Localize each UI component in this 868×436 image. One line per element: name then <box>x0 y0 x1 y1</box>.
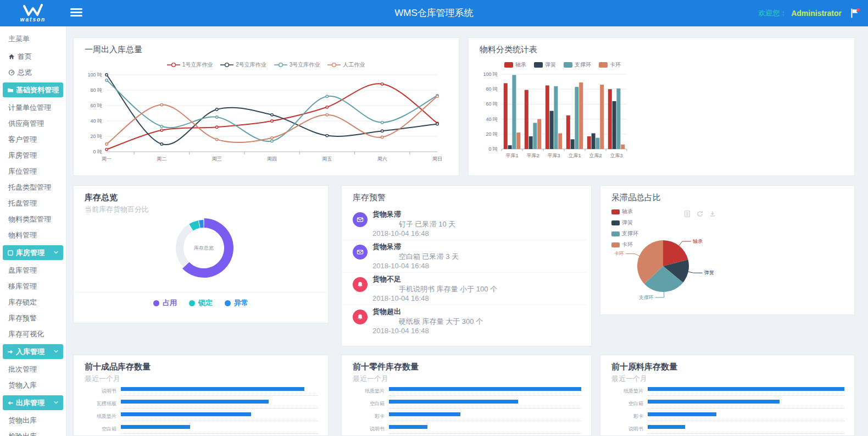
sidebar-item-9[interactable]: 托盘管理 <box>0 195 66 211</box>
sidebar-item-17[interactable]: 库存可视化 <box>0 326 66 342</box>
hbar-bar <box>648 425 685 429</box>
hbar-label: 空白箱 <box>611 400 643 407</box>
alert-item[interactable]: 货物呆滞钉子 已呆滞 10 天2018-10-04 16:48 <box>342 208 587 240</box>
hbar-row: 彩卡 <box>353 412 581 425</box>
hbar-track <box>648 400 844 404</box>
hbar-track <box>389 400 581 404</box>
legend-item[interactable]: 2号立库作业 <box>220 61 266 69</box>
donut-center-label: 库存总览 <box>194 245 214 251</box>
legend-dot <box>225 300 231 306</box>
arrow-right-icon <box>7 349 14 355</box>
refresh-icon[interactable] <box>696 210 704 218</box>
sidebar-item-4[interactable]: 供应商管理 <box>0 115 66 131</box>
alert-item[interactable]: 货物不足手机说明书 库存量 小于 100 个2018-10-04 16:48 <box>342 273 587 305</box>
sidebar-item-16[interactable]: 库存预警 <box>0 310 66 326</box>
chevron-down-icon <box>53 249 59 256</box>
bar <box>587 136 591 149</box>
sidebar-group-18[interactable]: 入库管理 <box>3 344 63 359</box>
pie-label: 支撑环 <box>639 295 654 300</box>
alert-item[interactable]: 货物呆滞空白箱 已呆滞 3 天2018-10-04 16:48 <box>342 240 587 273</box>
panel-title: 库存总览 <box>85 192 118 203</box>
data-view-icon[interactable] <box>683 210 691 218</box>
sidebar-item-22[interactable]: 货物出库 <box>0 412 66 428</box>
legend-item[interactable]: 异常 <box>225 298 248 308</box>
panel-stagnant-share: 呆滞品总占比 轴承弹簧支撑环卡环 轴承弹簧支撑环卡环 <box>600 185 855 315</box>
hbar-track <box>121 387 318 391</box>
sidebar-item-10[interactable]: 物料类型管理 <box>0 211 66 227</box>
hbar-gridline <box>121 433 318 434</box>
sidebar-item-11[interactable]: 物料管理 <box>0 227 66 243</box>
sidebar-item-23[interactable]: 检验出库 <box>0 428 66 436</box>
sidebar-item-8[interactable]: 托盘类型管理 <box>0 179 66 195</box>
sidebar-item-label: 检验出库 <box>8 432 37 436</box>
legend-item[interactable]: 1号立库作业 <box>167 61 213 69</box>
sidebar-item-15[interactable]: 库存锁定 <box>0 294 66 310</box>
sidebar-group-12[interactable]: 库房管理 <box>3 245 63 260</box>
legend-item[interactable]: 人工作业 <box>327 61 365 69</box>
donut-legend: 占用锁定异常 <box>74 298 328 308</box>
hbar-label: 彩卡 <box>353 413 385 420</box>
alert-type: 货物超出 <box>372 307 401 317</box>
menu-toggle-icon[interactable] <box>70 8 82 18</box>
hbar-track <box>648 387 844 391</box>
alert-item[interactable]: 货物超出硬纸板 库存量 大于 300 个2018-10-04 16:48 <box>342 305 587 337</box>
sidebar-item-label: 物料类型管理 <box>8 214 51 224</box>
hbar-chart: 纸质垫片空白箱彩卡说明书 <box>611 387 844 436</box>
hbar-bar <box>648 400 780 404</box>
hbar-label: 空白箱 <box>85 426 116 433</box>
sidebar-item-0[interactable]: 首页 <box>0 48 66 64</box>
svg-text:平库1: 平库1 <box>505 153 518 158</box>
legend-item[interactable]: 轴承 <box>611 208 638 216</box>
alert-type: 货物不足 <box>372 274 401 284</box>
home-icon <box>8 53 15 60</box>
legend-item[interactable]: 占用 <box>153 298 177 308</box>
username[interactable]: Administrator <box>791 9 842 18</box>
bar <box>592 133 596 149</box>
svg-text:周二: 周二 <box>157 156 166 162</box>
sidebar-item-7[interactable]: 库位管理 <box>0 163 66 179</box>
bar <box>504 83 508 149</box>
alert-timestamp: 2018-10-04 16:48 <box>372 262 429 270</box>
sidebar-item-13[interactable]: 盘库管理 <box>0 262 66 278</box>
sidebar-item-1[interactable]: 总览 <box>0 64 66 80</box>
alert-description: 硬纸板 库存量 大于 300 个 <box>399 317 483 327</box>
folder-icon <box>7 87 14 93</box>
bar-chart-canvas: 0 吨20 吨40 吨60 吨80 吨100 吨平库1平库2平库3立库1立库2立… <box>477 68 648 170</box>
hbar-row: 彩卡 <box>611 412 844 425</box>
sidebar-group-21[interactable]: 出库管理 <box>3 395 63 410</box>
hbar-bar <box>389 412 460 416</box>
legend-item[interactable]: 3号立库作业 <box>274 61 320 69</box>
hbar-row: 空白箱 <box>85 425 318 436</box>
line-chart-legend: 1号立库作业2号立库作业3号立库作业人工作业 <box>101 61 431 69</box>
sidebar-item-5[interactable]: 客户管理 <box>0 131 66 147</box>
hbar-row: 说明书 <box>85 387 318 400</box>
sidebar-item-label: 库存锁定 <box>8 297 37 307</box>
panel-title: 物料分类统计表 <box>480 45 537 55</box>
logo[interactable]: watson <box>0 0 66 26</box>
sidebar-group-2[interactable]: 基础资料管理 <box>3 82 63 97</box>
sidebar-item-20[interactable]: 货物入库 <box>0 377 66 393</box>
alert-type: 货物呆滞 <box>372 242 401 252</box>
sidebar-item-label: 计量单位管理 <box>8 103 51 113</box>
hbar-track <box>648 412 844 417</box>
hbar-bar <box>121 412 251 416</box>
svg-text:平库3: 平库3 <box>547 153 560 158</box>
mail-icon <box>353 245 368 260</box>
hbar-gridline <box>389 395 581 396</box>
bar <box>596 138 599 149</box>
hbar-label: 瓦楞纸板 <box>85 400 116 407</box>
sidebar-item-14[interactable]: 移库管理 <box>0 278 66 294</box>
sidebar-item-6[interactable]: 库房管理 <box>0 147 66 163</box>
bar <box>558 133 562 149</box>
sidebar-section-label: 主菜单 <box>0 26 66 48</box>
sidebar-item-3[interactable]: 计量单位管理 <box>0 100 66 115</box>
hbar-bar <box>121 425 190 429</box>
bar <box>575 87 578 149</box>
bar <box>621 145 625 149</box>
legend-item[interactable]: 锁定 <box>189 298 213 308</box>
download-icon[interactable] <box>709 210 716 218</box>
hbar-row: 空白箱 <box>353 400 581 412</box>
notification-flag-icon[interactable] <box>849 8 860 19</box>
hbar-label: 彩卡 <box>611 413 643 420</box>
sidebar-item-19[interactable]: 批次管理 <box>0 361 66 377</box>
